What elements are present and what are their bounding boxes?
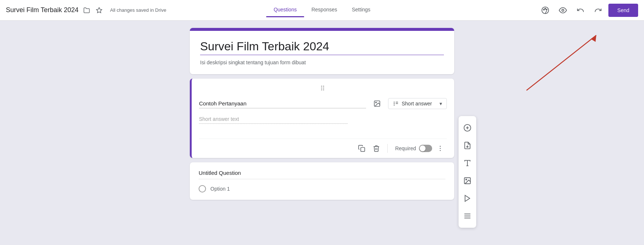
main-content: Survei Film Terbaik 2024 Isi deskripsi s…: [0, 21, 644, 207]
svg-point-5: [562, 9, 564, 11]
add-image-to-question-btn[interactable]: [370, 97, 384, 110]
app-title: Survei Film Terbaik 2024: [6, 6, 79, 14]
svg-marker-32: [591, 35, 596, 42]
option-row-1: Option 1: [199, 185, 445, 192]
svg-point-2: [543, 9, 544, 10]
svg-point-7: [376, 102, 377, 103]
redo-btn[interactable]: [591, 3, 605, 18]
svg-point-26: [466, 179, 467, 180]
svg-marker-0: [96, 7, 102, 12]
form-title-text: Survei Film Terbaik 2024: [200, 40, 329, 53]
divider: [387, 144, 388, 153]
sidebar-tools: [459, 116, 476, 228]
preview-icon-btn[interactable]: [556, 3, 570, 18]
palette-icon-btn[interactable]: [538, 3, 553, 18]
saved-status: All changes saved in Drive: [110, 7, 166, 13]
form-description: Isi deskripsi singkat tentang tujuan for…: [200, 60, 444, 65]
question-type-label: Short answer: [402, 101, 432, 107]
svg-point-14: [440, 146, 441, 147]
send-button[interactable]: Send: [608, 4, 638, 17]
title-card: Survei Film Terbaik 2024 Isi deskripsi s…: [190, 28, 454, 74]
question-card-2: Untitled Question Option 1: [190, 162, 454, 200]
form-container: Survei Film Terbaik 2024 Isi deskripsi s…: [190, 28, 454, 200]
undo-btn[interactable]: [573, 3, 588, 18]
tab-settings[interactable]: Settings: [344, 3, 378, 17]
topbar: Survei Film Terbaik 2024 All changes sav…: [0, 0, 644, 21]
svg-marker-27: [465, 195, 470, 202]
question-actions: Required: [199, 138, 447, 155]
add-question-tool-btn[interactable]: [459, 119, 476, 137]
svg-line-31: [527, 35, 596, 90]
topbar-right: Send: [538, 3, 638, 18]
more-options-btn[interactable]: [434, 142, 447, 155]
star-icon[interactable]: [95, 6, 104, 15]
untitled-question-title: Untitled Question: [199, 170, 445, 179]
radio-option-1[interactable]: [199, 185, 206, 192]
tab-questions[interactable]: Questions: [266, 3, 304, 17]
required-toggle[interactable]: [419, 145, 432, 152]
folder-icon[interactable]: [82, 6, 91, 15]
required-label: Required: [395, 145, 416, 151]
short-answer-preview: Short answer text: [199, 116, 348, 124]
question-type-selector[interactable]: Short answer ▾: [388, 98, 447, 109]
option-1-label: Option 1: [210, 186, 230, 192]
add-title-tool-btn[interactable]: [459, 154, 476, 172]
form-title: Survei Film Terbaik 2024: [200, 40, 444, 55]
add-image-tool-btn[interactable]: [459, 172, 476, 190]
tabs: Questions Responses Settings: [266, 3, 378, 17]
svg-point-3: [545, 8, 546, 9]
dropdown-chevron-icon: ▾: [439, 101, 442, 107]
svg-rect-13: [361, 148, 365, 152]
drag-handle[interactable]: ⠿: [199, 84, 447, 93]
arrow-indicator: [497, 32, 600, 98]
svg-point-4: [546, 9, 547, 10]
question-input[interactable]: [199, 99, 366, 108]
question-card-1: ⠿: [190, 79, 454, 158]
toggle-thumb: [420, 145, 426, 151]
add-video-tool-btn[interactable]: [459, 190, 476, 207]
tab-responses[interactable]: Responses: [304, 3, 344, 17]
add-section-tool-btn[interactable]: [459, 207, 476, 225]
svg-point-15: [440, 148, 441, 149]
import-questions-tool-btn[interactable]: [459, 137, 476, 154]
delete-question-btn[interactable]: [370, 142, 383, 155]
copy-question-btn[interactable]: [355, 142, 368, 155]
spacer: [199, 130, 447, 138]
svg-point-16: [440, 150, 441, 151]
question-top: Short answer ▾: [199, 97, 447, 110]
